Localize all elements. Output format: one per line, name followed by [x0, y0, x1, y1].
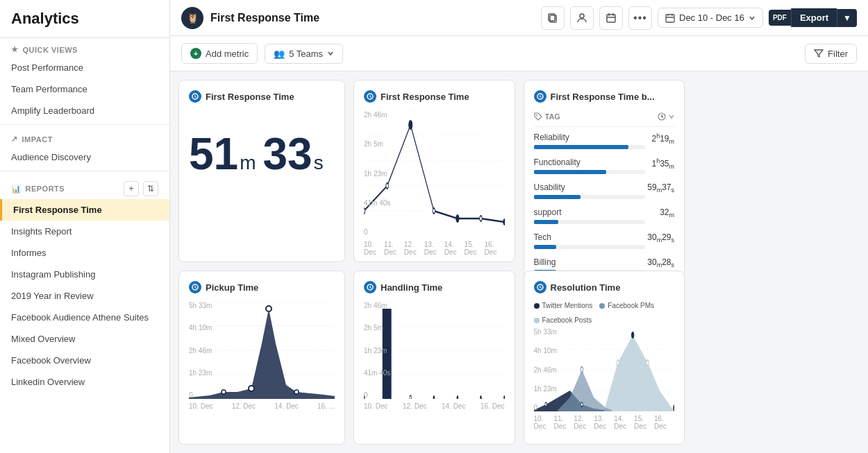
- resolution-x-labels: 10. Dec 11. Dec 12. Dec 13. Dec 14. Dec …: [534, 413, 675, 430]
- usability-time: 59m37s: [647, 182, 674, 194]
- sidebar-item-audience-discovery[interactable]: Audience Discovery: [0, 146, 169, 168]
- duplicate-button[interactable]: [541, 6, 565, 30]
- usability-bar: [534, 195, 581, 199]
- more-button[interactable]: •••: [628, 6, 652, 30]
- tag-table-header: TAG: [534, 110, 675, 127]
- svg-point-31: [249, 386, 254, 391]
- frt-card-icon: [189, 90, 201, 103]
- svg-point-43: [410, 395, 412, 399]
- sort-reports-button[interactable]: ⇅: [143, 181, 158, 196]
- teams-label: 5 Teams: [289, 49, 323, 59]
- svg-point-19: [503, 219, 505, 225]
- tag-row-usability: Usability 59m37s: [534, 182, 675, 199]
- add-metric-button[interactable]: + Add metric: [181, 43, 258, 64]
- reliability-tag-name: Reliability: [534, 133, 645, 142]
- svg-point-14: [386, 183, 388, 189]
- sidebar-item-insights-report[interactable]: Insights Report: [0, 221, 169, 242]
- facebook-overview-label: Facebook Overview: [11, 355, 91, 366]
- resolution-legend: Twitter Mentions Facebook PMs Facebook P…: [534, 302, 675, 324]
- svg-rect-3: [607, 15, 615, 22]
- sidebar-item-post-performance[interactable]: Post Performance: [0, 57, 169, 78]
- export-button-group: PDF Export ▼: [769, 8, 857, 27]
- resolution-time-card: Resolution Time Twitter Mentions Faceboo…: [524, 271, 685, 445]
- tag-icon: [534, 112, 542, 121]
- svg-marker-54: [604, 335, 674, 411]
- svg-rect-40: [383, 309, 392, 399]
- support-time: 32m: [660, 207, 674, 219]
- share-button[interactable]: [570, 6, 594, 30]
- frt-line-chart-card: First Response Time: [353, 80, 515, 262]
- pickup-time-title: Pickup Time: [189, 281, 335, 293]
- sidebar-item-mixed-overview[interactable]: Mixed Overview: [0, 328, 169, 350]
- svg-point-16: [433, 208, 435, 214]
- export-dropdown-button[interactable]: ▼: [837, 9, 857, 27]
- export-button[interactable]: Export: [791, 8, 837, 27]
- pdf-label[interactable]: PDF: [769, 10, 791, 26]
- pickup-icon: [189, 281, 201, 293]
- first-response-time-label: First Response Time: [13, 205, 102, 215]
- legend-fb-posts: Facebook Posts: [534, 316, 592, 324]
- sidebar-item-first-response-time[interactable]: First Response Time: [0, 199, 169, 221]
- sidebar-item-amplify-leaderboard[interactable]: Amplify Leaderboard: [0, 100, 169, 121]
- support-bar: [534, 220, 558, 224]
- teams-filter-button[interactable]: 👥 5 Teams: [265, 44, 343, 64]
- sidebar-item-facebook-audience[interactable]: Facebook Audience Athene Suites: [0, 307, 169, 328]
- line-chart-area: 2h 46m 2h 5m 1h 23m 41m 40s 0 10. Dec 11…: [364, 111, 505, 250]
- page-header: 🦉 First Response Time ••• Dec 10: [170, 0, 868, 36]
- first-response-time-title: First Response Time: [189, 90, 335, 103]
- filter-label: Filter: [828, 49, 848, 59]
- date-range-picker[interactable]: Dec 10 - Dec 16: [658, 8, 763, 28]
- main-area: 🦉 First Response Time ••• Dec 10: [170, 0, 868, 453]
- impact-label: ↗ Impact: [11, 135, 158, 144]
- x-axis-labels: 10. Dec 11. Dec 12. Dec 13. Dec 14. Dec …: [364, 238, 505, 256]
- time-col-header[interactable]: [658, 112, 674, 121]
- svg-point-63: [673, 405, 674, 411]
- svg-point-61: [646, 360, 649, 366]
- svg-point-2: [580, 14, 584, 18]
- toolbar-left: + Add metric 👥 5 Teams: [181, 43, 343, 64]
- svg-point-32: [222, 390, 226, 394]
- tag-row-functionality: Functionality 1h35m: [534, 157, 675, 174]
- sidebar-item-team-performance[interactable]: Team Performance: [0, 78, 169, 100]
- teams-icon: 👥: [274, 49, 285, 59]
- svg-point-15: [409, 121, 412, 129]
- toolbar: + Add metric 👥 5 Teams Filter: [170, 36, 868, 71]
- plus-circle-icon: +: [190, 48, 201, 59]
- svg-rect-4: [666, 15, 674, 22]
- facebook-audience-label: Facebook Audience Athene Suites: [11, 312, 149, 323]
- add-report-button[interactable]: +: [124, 181, 139, 196]
- minutes-unit: m: [240, 152, 256, 174]
- svg-point-44: [433, 395, 435, 399]
- svg-point-57: [544, 402, 546, 407]
- sidebar-item-informes[interactable]: Informes: [0, 242, 169, 264]
- pickup-chart-svg: [189, 302, 335, 399]
- fb-posts-dot: [534, 318, 540, 323]
- sidebar-item-instagram-publishing[interactable]: Instagram Publishing: [0, 264, 169, 285]
- seconds-unit: s: [314, 152, 324, 174]
- sidebar-divider-1: [0, 124, 169, 125]
- clock-icon: [658, 112, 666, 121]
- sidebar-item-linkedin-overview[interactable]: Linkedin Overview: [0, 371, 169, 393]
- reports-label: 📊 Reports: [11, 185, 65, 194]
- svg-marker-56: [558, 370, 612, 411]
- twitter-dot: [534, 303, 540, 309]
- mixed-overview-label: Mixed Overview: [11, 334, 75, 344]
- more-icon: •••: [633, 12, 647, 24]
- sidebar-item-facebook-overview[interactable]: Facebook Overview: [0, 350, 169, 371]
- audience-discovery-label: Audience Discovery: [11, 152, 91, 162]
- minutes-value: 51: [189, 132, 238, 176]
- informes-label: Informes: [11, 248, 47, 258]
- schedule-button[interactable]: [599, 6, 623, 30]
- pickup-time-card: Pickup Time: [178, 271, 345, 445]
- impact-section: ↗ Impact: [0, 128, 169, 146]
- filter-icon: [814, 49, 824, 58]
- tag-row-tech: Tech 30m29s: [534, 232, 675, 249]
- team-performance-label: Team Performance: [11, 84, 87, 94]
- tag-row-reliability: Reliability 2h19m: [534, 133, 675, 149]
- sidebar-title: Analytics: [11, 10, 79, 27]
- sidebar-item-2019-year-review[interactable]: 2019 Year in Review: [0, 285, 169, 307]
- filter-button[interactable]: Filter: [805, 44, 857, 64]
- svg-point-18: [480, 216, 482, 221]
- sidebar: Analytics ★ Quick Views Post Performance…: [0, 0, 170, 453]
- functionality-bar-wrap: [534, 170, 645, 174]
